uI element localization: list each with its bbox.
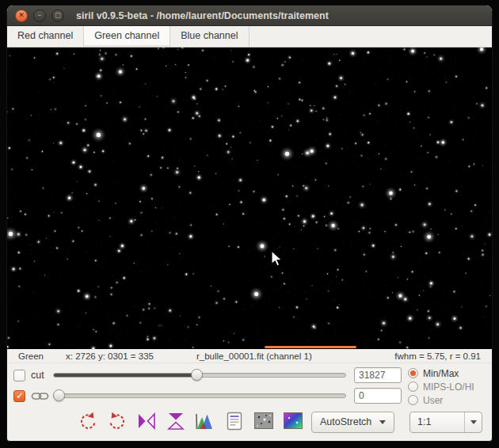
maximize-icon: ◻ [55, 12, 60, 19]
maximize-button[interactable]: ◻ [51, 9, 64, 22]
low-level-row [13, 385, 402, 406]
low-slider-track [53, 393, 346, 398]
status-coordinates: x: 2726 y: 0301 = 335 [66, 351, 154, 361]
undo-icon [78, 411, 98, 434]
link-checkbox[interactable] [13, 390, 25, 402]
autostretch-label: AutoStretch [320, 416, 371, 427]
low-value-entry[interactable] [354, 388, 402, 404]
status-channel: Green [18, 351, 44, 361]
starfield-canvas [7, 47, 493, 349]
mouse-cursor-icon [271, 250, 284, 268]
flip-horizontal-button[interactable] [135, 411, 158, 433]
radio-icon [408, 395, 418, 405]
high-slider-thumb[interactable] [191, 369, 203, 381]
close-icon: ✕ [18, 12, 25, 19]
tab-green-channel[interactable]: Green channel [84, 26, 170, 47]
autostretch-dropdown[interactable]: AutoStretch [311, 412, 394, 433]
histogram-icon [195, 411, 215, 434]
zoom-value: 1:1 [410, 416, 464, 427]
window-title: siril v0.9.5-beta - /home/laurent/Docume… [76, 10, 329, 21]
histogram-button[interactable] [194, 411, 216, 433]
low-slider-thumb[interactable] [53, 389, 65, 401]
grayscale-preview-icon [254, 412, 273, 431]
cut-checkbox[interactable] [13, 370, 25, 382]
color-preview-icon [284, 412, 303, 431]
horizontal-scrollbar-thumb[interactable] [265, 346, 356, 348]
flip-horizontal-icon [136, 411, 157, 434]
titlebar: ✕ − ◻ siril v0.9.5-beta - /home/laurent/… [7, 6, 492, 26]
siril-window: ✕ − ◻ siril v0.9.5-beta - /home/laurent/… [6, 5, 493, 442]
radio-option[interactable]: User [408, 393, 486, 407]
radio-option[interactable]: MIPS-LO/HI [408, 380, 486, 393]
grayscale-preview-button[interactable] [253, 411, 275, 433]
slider-column: cut [13, 365, 402, 406]
channel-tabbar: Red channel Green channel Blue channel [7, 26, 492, 47]
minimize-button[interactable]: − [33, 9, 46, 22]
level-controls: cut [7, 363, 492, 406]
radio-icon [408, 368, 418, 378]
image-display-area[interactable] [7, 47, 493, 349]
cut-label: cut [31, 370, 51, 381]
high-level-slider[interactable] [53, 366, 346, 385]
statusbar: Green x: 2726 y: 0301 = 335 r_bulle_0000… [7, 349, 492, 363]
chevron-down-icon [470, 420, 477, 424]
flip-vertical-button[interactable] [165, 411, 187, 433]
minimize-icon: − [37, 12, 41, 19]
color-preview-button[interactable] [282, 411, 304, 433]
tab-red-channel[interactable]: Red channel [7, 26, 84, 47]
bottom-toolbar: AutoStretch 1:1 [7, 406, 492, 442]
radio-icon [408, 382, 418, 392]
link-icon [31, 391, 51, 401]
undo-button[interactable] [77, 411, 99, 433]
close-button[interactable]: ✕ [15, 9, 28, 22]
flip-vertical-icon [166, 411, 186, 434]
status-fwhm: fwhm = 5.75, r = 0.91 [394, 351, 481, 361]
status-filename: r_bulle_00001.fit (channel 1) [196, 351, 312, 361]
high-slider-fill [54, 374, 197, 377]
scaling-mode-radiogroup: Min/Max MIPS-LO/HI User [402, 365, 486, 406]
low-level-slider[interactable] [53, 386, 346, 405]
processing-log-button[interactable] [223, 411, 246, 433]
high-value-entry[interactable] [354, 367, 402, 383]
processing-log-icon [225, 411, 244, 434]
chevron-down-icon [379, 420, 386, 424]
zoom-caret-area[interactable] [464, 412, 482, 432]
high-level-row: cut [13, 365, 402, 385]
zoom-combobox[interactable]: 1:1 [409, 412, 482, 433]
radio-option[interactable]: Min/Max [408, 366, 486, 380]
redo-button[interactable] [106, 411, 128, 433]
redo-icon [107, 411, 128, 434]
tab-blue-channel[interactable]: Blue channel [170, 26, 249, 47]
